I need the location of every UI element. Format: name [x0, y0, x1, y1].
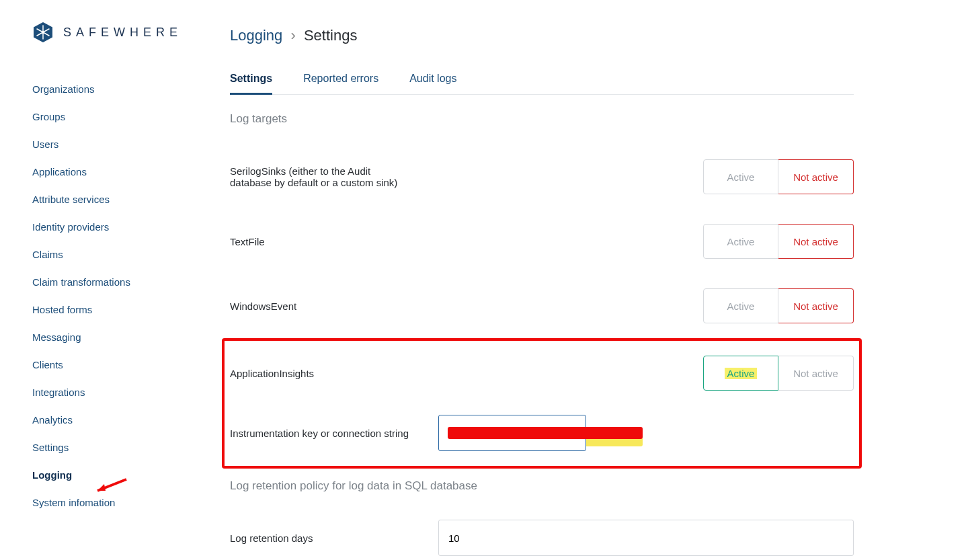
toggle-not-active[interactable]: Not active	[778, 224, 854, 259]
sidebar-nav: Organizations Groups Users Applications …	[32, 75, 208, 516]
target-label: ApplicationInsights	[230, 368, 438, 379]
field-row-instrumentation-key: Instrumentation key or connection string	[230, 405, 854, 458]
section-title-log-targets: Log targets	[230, 112, 854, 126]
target-row-textfile: TextFile Active Not active	[230, 209, 854, 274]
sidebar-item-users[interactable]: Users	[32, 130, 208, 158]
breadcrumb: Logging › Settings	[230, 27, 854, 44]
sidebar-item-applications[interactable]: Applications	[32, 158, 208, 186]
snowflake-hex-icon	[32, 22, 54, 43]
brand-logo: SAFEWHERE	[32, 22, 208, 43]
toggle-group: Active Not active	[703, 288, 854, 323]
sidebar-item-hosted-forms[interactable]: Hosted forms	[32, 296, 208, 323]
target-row-serilogsinks: SerilogSinks (either to the Audit databa…	[230, 145, 854, 209]
toggle-active[interactable]: Active	[703, 224, 778, 259]
sidebar: SAFEWHERE Organizations Groups Users App…	[0, 0, 208, 560]
sidebar-item-logging[interactable]: Logging	[32, 461, 208, 489]
brand-text: SAFEWHERE	[63, 26, 182, 40]
toggle-group: Active Not active	[703, 356, 854, 391]
sidebar-item-messaging[interactable]: Messaging	[32, 323, 208, 351]
toggle-group: Active Not active	[703, 159, 854, 194]
target-label: WindowsEvent	[230, 301, 438, 312]
app-root: SAFEWHERE Organizations Groups Users App…	[0, 0, 968, 560]
sidebar-item-attribute-services[interactable]: Attribute services	[32, 186, 208, 213]
section-title-retention: Log retention policy for log data in SQL…	[230, 479, 854, 493]
tabs: Settings Reported errors Audit logs	[230, 73, 854, 95]
sidebar-item-groups[interactable]: Groups	[32, 103, 208, 130]
toggle-not-active[interactable]: Not active	[778, 288, 854, 323]
instrumentation-key-label: Instrumentation key or connection string	[230, 428, 425, 439]
toggle-active[interactable]: Active	[703, 288, 778, 323]
breadcrumb-parent-link[interactable]: Logging	[230, 27, 282, 44]
toggle-active-label: Active	[725, 368, 758, 379]
main-content: Logging › Settings Settings Reported err…	[208, 0, 881, 560]
svg-point-4	[42, 31, 44, 34]
target-row-applicationinsights: ApplicationInsights Active Not active	[230, 341, 854, 405]
target-row-windowsevent: WindowsEvent Active Not active	[230, 274, 854, 338]
sidebar-item-clients[interactable]: Clients	[32, 351, 208, 378]
toggle-group: Active Not active	[703, 224, 854, 259]
annotation-redaction-bar	[448, 427, 643, 439]
toggle-not-active[interactable]: Not active	[778, 356, 854, 391]
toggle-not-active[interactable]: Not active	[778, 159, 854, 194]
instrumentation-key-wrap	[438, 415, 854, 451]
sidebar-item-identity-providers[interactable]: Identity providers	[32, 213, 208, 241]
target-label: TextFile	[230, 236, 438, 247]
tab-audit-logs[interactable]: Audit logs	[409, 73, 456, 94]
sidebar-item-organizations[interactable]: Organizations	[32, 75, 208, 103]
field-row-retention-days: Log retention days	[230, 512, 854, 560]
retention-days-label: Log retention days	[230, 532, 425, 544]
toggle-active[interactable]: Active	[703, 159, 778, 194]
tab-settings[interactable]: Settings	[230, 73, 272, 94]
breadcrumb-current: Settings	[304, 27, 358, 44]
sidebar-item-system-information[interactable]: System infomation	[32, 489, 208, 516]
sidebar-item-settings[interactable]: Settings	[32, 434, 208, 461]
sidebar-item-integrations[interactable]: Integrations	[32, 378, 208, 406]
sidebar-item-claim-transformations[interactable]: Claim transformations	[32, 268, 208, 296]
chevron-right-icon: ›	[290, 27, 295, 44]
sidebar-item-claims[interactable]: Claims	[32, 241, 208, 268]
sidebar-item-analytics[interactable]: Analytics	[32, 406, 208, 434]
tab-reported-errors[interactable]: Reported errors	[303, 73, 378, 94]
retention-days-input[interactable]	[438, 520, 854, 556]
target-label: SerilogSinks (either to the Audit databa…	[230, 165, 411, 188]
toggle-active[interactable]: Active	[703, 356, 778, 391]
annotation-highlight-box: ApplicationInsights Active Not active In…	[222, 338, 862, 469]
